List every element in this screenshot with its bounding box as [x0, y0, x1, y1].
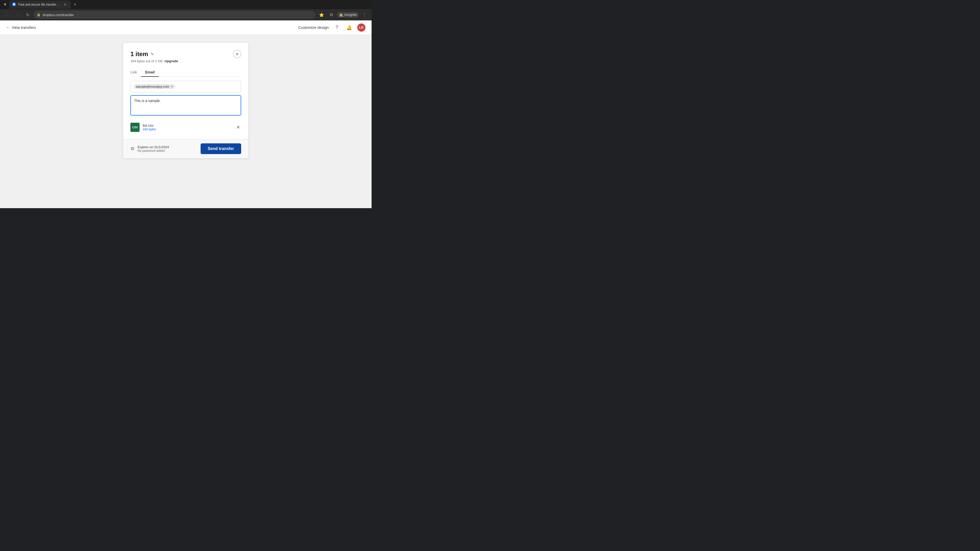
back-arrow-icon: ←	[6, 25, 10, 30]
address-bar[interactable]: 🔒 dropbox.com/transfer	[34, 11, 315, 19]
avatar-initials: LD	[359, 25, 363, 29]
file-remove-button[interactable]: ✕	[235, 124, 241, 131]
edit-title-button[interactable]: ✎	[151, 52, 154, 57]
main-area: 1 item ✎ + 184 bytes out of 2 GB Upgrade…	[0, 35, 372, 208]
split-view-button[interactable]: ⧉	[327, 11, 335, 19]
toolbar: ← → ↻ 🔒 dropbox.com/transfer ⭐ ⧉ 🕵 Incog…	[0, 9, 372, 21]
tabs-row: Link Email	[130, 68, 241, 77]
bookmark-button[interactable]: ⭐	[318, 11, 326, 19]
tab-bar: ▼ Fast and secure file transfer - D ✕ +	[0, 0, 372, 9]
transfer-card: 1 item ✎ + 184 bytes out of 2 GB Upgrade…	[123, 43, 248, 158]
toolbar-actions: ⭐ ⧉ 🕵 Incognito ⋮	[318, 11, 369, 19]
incognito-label: Incognito	[344, 13, 357, 17]
new-tab-button[interactable]: +	[72, 1, 79, 8]
send-transfer-button[interactable]: Send transfer	[200, 143, 241, 154]
app-header: ← View transfers Customize design ? 🔔 LD	[0, 21, 372, 35]
card-title-row: 1 item ✎ +	[130, 50, 241, 58]
customize-design-button[interactable]: Customize design	[298, 25, 329, 30]
file-item: CSV list.csv 184 bytes ✕	[130, 121, 241, 134]
browser-chrome: ▼ Fast and secure file transfer - D ✕ + …	[0, 0, 372, 21]
tab-link[interactable]: Link	[130, 68, 141, 77]
upgrade-link[interactable]: Upgrade	[165, 59, 178, 63]
app-content: ← View transfers Customize design ? 🔔 LD	[0, 21, 372, 208]
tab-close-button[interactable]: ✕	[63, 2, 67, 7]
settings-icon[interactable]: ⚙	[130, 146, 135, 151]
tab-favicon	[12, 3, 16, 6]
email-chip-text: sample@moodjoy.com	[136, 85, 169, 89]
item-count-title: 1 item	[130, 51, 148, 58]
menu-button[interactable]: ⋮	[360, 11, 369, 19]
email-chip: sample@moodjoy.com ×	[134, 84, 175, 89]
lock-icon: 🔒	[37, 13, 41, 17]
incognito-icon: 🕵	[339, 13, 343, 17]
tab-title: Fast and secure file transfer - D	[18, 3, 61, 6]
expires-text: Expires on 31/1/2024	[138, 145, 169, 149]
no-password-text: No password added	[138, 149, 169, 152]
bell-icon: 🔔	[346, 25, 352, 30]
add-files-button[interactable]: +	[233, 50, 241, 58]
message-textarea[interactable]: This is a sample.	[130, 95, 241, 116]
active-tab[interactable]: Fast and secure file transfer - D ✕	[9, 0, 70, 9]
storage-text: 184 bytes out of 2 GB	[130, 59, 162, 63]
reload-button[interactable]: ↻	[24, 11, 32, 19]
card-footer: ⚙ Expires on 31/1/2024 No password added…	[123, 139, 248, 158]
forward-button[interactable]: →	[13, 11, 21, 19]
notifications-button[interactable]: 🔔	[345, 24, 353, 32]
file-info: list.csv 184 bytes	[143, 124, 232, 131]
storage-info: 184 bytes out of 2 GB Upgrade	[130, 59, 241, 63]
header-right: Customize design ? 🔔 LD	[298, 24, 366, 32]
view-transfers-label: View transfers	[12, 25, 36, 30]
email-input-area[interactable]: sample@moodjoy.com ×	[130, 81, 241, 92]
card-title-left: 1 item ✎	[130, 51, 154, 58]
card-body: 1 item ✎ + 184 bytes out of 2 GB Upgrade…	[123, 43, 248, 139]
address-text: dropbox.com/transfer	[43, 13, 312, 17]
help-button[interactable]: ?	[333, 24, 341, 32]
file-name: list.csv	[143, 124, 232, 127]
view-transfers-link[interactable]: ← View transfers	[6, 25, 36, 30]
file-type-icon: CSV	[130, 123, 140, 132]
footer-info: Expires on 31/1/2024 No password added	[138, 145, 169, 152]
tab-switcher[interactable]: ▼	[2, 2, 8, 8]
header-left: ← View transfers	[6, 25, 36, 30]
tab-email[interactable]: Email	[141, 68, 159, 77]
incognito-button[interactable]: 🕵 Incognito	[337, 12, 359, 17]
footer-left: ⚙ Expires on 31/1/2024 No password added	[130, 145, 169, 152]
file-icon-label: CSV	[132, 126, 138, 129]
file-size: 184 bytes	[143, 127, 232, 131]
help-icon: ?	[336, 25, 338, 30]
back-button[interactable]: ←	[3, 11, 11, 19]
avatar[interactable]: LD	[357, 24, 366, 32]
email-chip-remove-button[interactable]: ×	[171, 85, 173, 88]
